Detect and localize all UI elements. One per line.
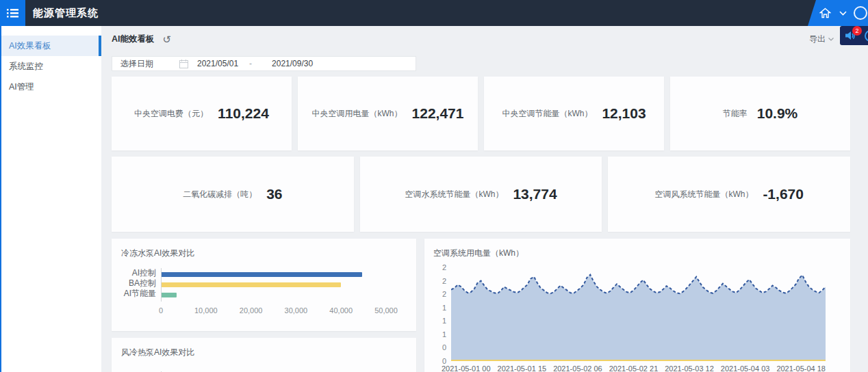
kpi-card: 空调水系统节能量（kWh）13,774 xyxy=(360,157,602,232)
consumption-area-fill xyxy=(451,275,826,361)
home-icon[interactable] xyxy=(819,8,831,18)
filter-row: 选择日期 2021/05/01 - 2021/09/30 xyxy=(101,52,868,71)
kpi-value: -1,670 xyxy=(763,186,804,202)
clipped-circle-icon xyxy=(865,30,868,42)
user-circle-icon[interactable] xyxy=(854,6,867,20)
bar-row xyxy=(162,269,386,280)
x-tick-label: 2021-05-01 00 xyxy=(442,364,491,372)
kpi-card: 中央空调用电量（kWh）122,471 xyxy=(298,77,478,150)
bar-x-tick: 0 xyxy=(159,306,163,315)
area-chart-title: 空调系统用电量（kWh） xyxy=(433,248,826,259)
charts-row: 冷冻水泵AI效果对比 AI控制BA控制AI节能量 010,00020,00030… xyxy=(112,239,850,372)
x-tick-label: 2021-05-04 03 xyxy=(721,364,770,372)
window-left-accent xyxy=(0,26,1,372)
kpi-label: 二氧化碳减排（吨） xyxy=(183,189,257,200)
sidebar-nav: AI效果看板系统监控AI管理 xyxy=(0,26,101,372)
pump-ai-comparison-panel: 冷冻水泵AI效果对比 AI控制BA控制AI节能量 010,00020,00030… xyxy=(112,239,416,331)
bar-x-tick: 50,000 xyxy=(374,306,398,315)
x-tick-label: 2021-05-01 15 xyxy=(498,364,547,372)
heatpump-ai-comparison-panel: 风冷热泵AI效果对比 xyxy=(112,338,416,372)
notification-badge: 2 xyxy=(852,26,862,36)
date-range-picker[interactable]: 选择日期 2021/05/01 - 2021/09/30 xyxy=(112,56,416,71)
kpi-card: 节能率10.9% xyxy=(670,77,850,150)
calendar-icon xyxy=(179,59,188,68)
area-chart-x-axis: 2021-05-01 002021-05-01 152021-05-02 062… xyxy=(442,364,826,372)
area-chart-plot[interactable] xyxy=(451,267,826,361)
bar-x-tick: 40,000 xyxy=(329,306,353,315)
area-chart: 22211100 xyxy=(433,267,826,361)
page-title: AI能效看板 xyxy=(112,34,155,45)
header-actions xyxy=(808,0,868,26)
export-caret-icon xyxy=(828,38,834,41)
kpi-card: 二氧化碳减排（吨）36 xyxy=(112,157,354,232)
date-separator: - xyxy=(249,59,252,68)
kpi-card: 中央空调电费（元）110,224 xyxy=(112,77,292,150)
date-picker-label: 选择日期 xyxy=(112,58,153,70)
kpi-value: 13,774 xyxy=(513,186,557,202)
bar[interactable] xyxy=(162,293,177,297)
x-tick-label: 2021-05-04 18 xyxy=(776,364,826,372)
x-tick-label: 2021-05-03 12 xyxy=(665,364,714,372)
sidebar-item-3[interactable]: AI管理 xyxy=(0,77,101,97)
hvac-consumption-panel: 空调系统用电量（kWh） 22211100 2021-05-01 002021-… xyxy=(424,239,850,372)
kpi-card: 空调风系统节能量（kWh）-1,670 xyxy=(608,157,850,232)
bar-row xyxy=(162,280,386,290)
bar-chart-x-axis: 010,00020,00030,00040,00050,000 xyxy=(161,306,386,315)
export-button[interactable]: 导出 xyxy=(809,34,834,45)
chevron-down-icon[interactable] xyxy=(839,11,847,16)
area-chart-y-axis: 22211100 xyxy=(433,267,451,361)
x-tick-label: 2021-05-02 21 xyxy=(609,364,659,372)
kpi-label: 空调水系统节能量（kWh） xyxy=(405,189,503,200)
x-tick-label: 2021-05-02 06 xyxy=(553,364,602,372)
bar[interactable] xyxy=(162,282,341,287)
export-label: 导出 xyxy=(809,34,826,45)
end-date-value[interactable]: 2021/09/30 xyxy=(272,59,313,68)
bar-x-tick: 10,000 xyxy=(194,306,218,315)
kpi-label: 空调风系统节能量（kWh） xyxy=(654,189,753,200)
kpi-value: 36 xyxy=(266,186,282,202)
kpi-card: 中央空调节能量（kWh）12,103 xyxy=(484,77,664,150)
kpi-label: 中央空调用电量（kWh） xyxy=(312,108,403,120)
notification-widget[interactable]: 2 xyxy=(840,26,868,45)
sidebar-item-1[interactable]: AI效果看板 xyxy=(0,36,101,56)
refresh-icon[interactable]: ↺ xyxy=(163,34,172,44)
kpi-card-row-2: 二氧化碳减排（吨）36空调水系统节能量（kWh）13,774空调风系统节能量（k… xyxy=(112,157,850,232)
kpi-value: 122,471 xyxy=(412,105,464,122)
bar-chart-title: 冷冻水泵AI效果对比 xyxy=(121,248,407,259)
bottom-chart-title: 风冷热泵AI效果对比 xyxy=(121,347,407,358)
kpi-value: 12,103 xyxy=(602,105,646,122)
bar-row xyxy=(162,290,386,300)
kpi-card-row-1: 中央空调电费（元）110,224中央空调用电量（kWh）122,471中央空调节… xyxy=(112,77,850,150)
main-content: AI能效看板 ↺ 导出 2 选择日期 2021/05/01 xyxy=(101,26,868,372)
content-toolbar: AI能效看板 ↺ 导出 2 xyxy=(101,26,868,52)
bar[interactable] xyxy=(162,272,362,277)
app-title: 能源管理系统 xyxy=(33,7,99,20)
bar-category-label: AI节能量 xyxy=(121,289,161,299)
app-header: 能源管理系统 xyxy=(0,0,868,26)
bar-category-label: AI控制 xyxy=(121,268,161,278)
kpi-label: 中央空调节能量（kWh） xyxy=(502,108,592,120)
bar-chart: AI控制BA控制AI节能量 xyxy=(121,268,407,302)
sidebar-item-2[interactable]: 系统监控 xyxy=(0,56,101,77)
bar-x-tick: 20,000 xyxy=(240,306,263,315)
start-date-value[interactable]: 2021/05/01 xyxy=(197,59,238,68)
bar-category-label: BA控制 xyxy=(121,278,161,289)
menu-button[interactable] xyxy=(0,0,25,26)
kpi-label: 中央空调电费（元） xyxy=(134,108,208,120)
kpi-label: 节能率 xyxy=(723,108,748,120)
kpi-value: 10.9% xyxy=(757,105,798,122)
hamburger-list-icon xyxy=(7,8,18,18)
kpi-value: 110,224 xyxy=(218,105,269,122)
bar-x-tick: 30,000 xyxy=(285,306,308,315)
